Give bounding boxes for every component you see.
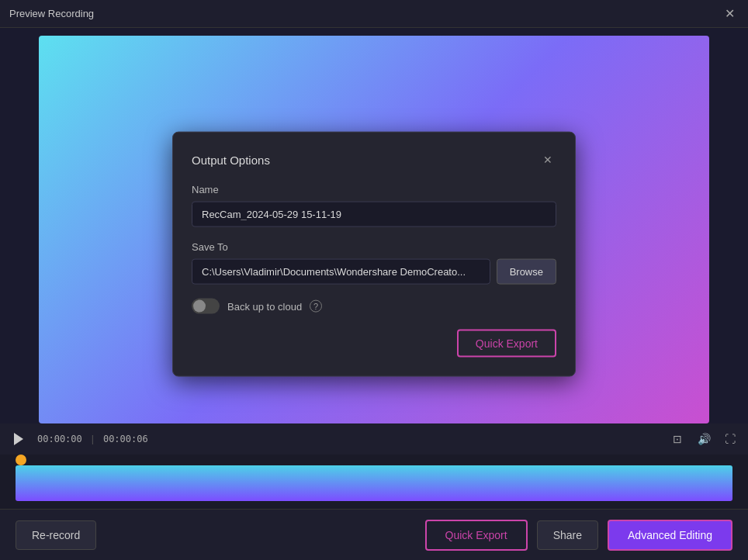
play-button[interactable] (9, 430, 28, 448)
quick-export-bottom-button[interactable]: Quick Export (425, 520, 528, 551)
dialog-footer: Quick Export (192, 330, 556, 358)
timeline-area[interactable] (0, 455, 748, 509)
timeline-clip[interactable] (16, 465, 732, 501)
fullscreen-icon[interactable]: ⛶ (722, 430, 739, 448)
help-icon[interactable]: ? (310, 300, 322, 313)
cloud-backup-row: Back up to cloud ? (192, 299, 556, 314)
volume-icon[interactable]: 🔊 (695, 430, 712, 448)
save-to-label: Save To (192, 241, 556, 253)
title-bar: Preview Recording ✕ (0, 0, 748, 28)
cloud-toggle[interactable] (192, 299, 220, 314)
dialog-close-button[interactable]: ✕ (539, 151, 556, 168)
timeline-marker[interactable] (16, 455, 26, 465)
crop-icon[interactable]: ⊡ (669, 430, 686, 448)
total-time: 00:00:06 (103, 434, 148, 444)
current-time: 00:00:00 (37, 434, 82, 444)
bottom-bar: Re-record Quick Export Share Advanced Ed… (0, 509, 748, 560)
toggle-knob (193, 300, 206, 313)
browse-button[interactable]: Browse (497, 259, 556, 285)
quick-export-dialog-button[interactable]: Quick Export (457, 330, 556, 358)
save-path-input[interactable] (192, 259, 490, 285)
dialog-title: Output Options (192, 153, 270, 166)
save-to-field-group: Save To Browse (192, 241, 556, 285)
advanced-editing-button[interactable]: Advanced Editing (608, 520, 732, 551)
controls-bar: 00:00:00 | 00:00:06 ⊡ 🔊 ⛶ (0, 423, 748, 455)
window-title: Preview Recording (9, 8, 94, 19)
share-button[interactable]: Share (537, 520, 598, 550)
video-preview: Output Options ✕ Name Save To Browse Bac… (39, 36, 709, 423)
window-close-button[interactable]: ✕ (720, 5, 739, 23)
name-label: Name (192, 184, 556, 195)
dialog-header: Output Options ✕ (192, 151, 556, 168)
name-field-group: Name (192, 184, 556, 227)
rerecord-button[interactable]: Re-record (16, 520, 96, 550)
output-options-dialog: Output Options ✕ Name Save To Browse Bac… (172, 132, 576, 377)
main-content: Output Options ✕ Name Save To Browse Bac… (0, 28, 748, 560)
save-to-row: Browse (192, 259, 556, 285)
cloud-label: Back up to cloud (227, 300, 302, 312)
name-input[interactable] (192, 202, 556, 227)
play-icon (14, 433, 23, 445)
